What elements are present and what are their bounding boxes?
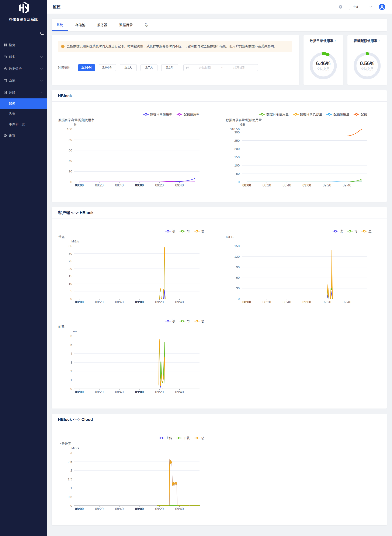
sidebar-item-events-logs[interactable]: 事件和日志 — [0, 119, 47, 129]
svg-text:0: 0 — [70, 504, 72, 507]
tab-storage-pool[interactable]: 存储池 — [70, 19, 90, 31]
legend-item[interactable]: 读 — [165, 229, 175, 233]
svg-text:1: 1 — [70, 378, 72, 382]
sidebar-item-system[interactable]: 系统 — [0, 75, 47, 87]
svg-text:09:00: 09:00 — [303, 300, 311, 304]
warning-icon — [61, 45, 65, 48]
table-icon — [4, 79, 7, 82]
tab-volume[interactable]: 卷 — [140, 19, 153, 31]
legend-item[interactable]: 写 — [180, 319, 190, 323]
sidebar-item-alerts[interactable]: 告警 — [0, 109, 47, 119]
legend-item[interactable]: 读 — [333, 229, 343, 233]
gauge-donut: 6.46% 空间充足 — [307, 50, 339, 82]
chart-title: 数据目录容量/配额使用量 — [226, 118, 262, 122]
time-range-label: 时间范围： — [58, 66, 74, 70]
svg-text:100: 100 — [234, 164, 240, 167]
sidebar-item-operations[interactable]: 运维 — [0, 87, 47, 98]
info-icon[interactable] — [339, 5, 342, 9]
svg-text:10: 10 — [69, 282, 72, 286]
chart-legend: 读写总 — [328, 229, 372, 234]
svg-text:08:40: 08:40 — [115, 390, 124, 394]
doc-icon — [4, 91, 7, 94]
svg-text:5: 5 — [70, 289, 72, 293]
svg-text:4: 4 — [70, 352, 72, 355]
svg-text:08:40: 08:40 — [115, 507, 124, 511]
legend-item[interactable]: 总 — [194, 319, 204, 323]
legend-item[interactable]: 数据目录使用率 — [143, 112, 172, 116]
legend-label: 总 — [201, 229, 204, 233]
end-date-input[interactable]: 结束日期 — [224, 66, 255, 69]
legend-item[interactable]: 总 — [361, 229, 372, 233]
legend-item[interactable]: 写 — [347, 229, 357, 233]
svg-text:09:40: 09:40 — [175, 300, 184, 304]
legend-item[interactable]: 上传 — [159, 436, 172, 440]
svg-text:5: 5 — [70, 343, 72, 347]
svg-text:20: 20 — [69, 267, 72, 270]
sidebar: 存储资源盘活系统 概览 服务 — [0, 0, 47, 536]
legend-label: 读 — [172, 319, 175, 323]
date-range-picker[interactable]: 开始日期 ~ 结束日期 — [183, 64, 258, 71]
gauge-body: 0.56% 空间充足 — [347, 47, 387, 82]
sidebar-item-label: 概览 — [9, 43, 15, 47]
page-title: 监控 — [53, 4, 61, 9]
svg-text:60: 60 — [236, 276, 240, 279]
svg-text:0: 0 — [70, 297, 72, 300]
svg-text:1: 1 — [70, 486, 72, 490]
svg-text:0: 0 — [238, 180, 240, 184]
legend-item[interactable]: 下载 — [176, 436, 190, 440]
legend-item[interactable]: 读 — [165, 319, 175, 323]
legend-marker-icon — [180, 320, 185, 323]
date-separator: ~ — [221, 66, 223, 69]
tab-system[interactable]: 系统 — [52, 19, 68, 31]
svg-text:150: 150 — [234, 244, 240, 248]
chart-cloud-bandwidth: 00.511.522.5308:0008:2008:4009:0009:2009… — [52, 425, 219, 515]
legend-item[interactable]: 配额使用率 — [177, 112, 200, 116]
legend-label: 上传 — [166, 436, 172, 440]
svg-text:318.56: 318.56 — [230, 127, 240, 131]
avatar[interactable] — [379, 4, 385, 10]
legend-item[interactable]: 数据目录总容量 — [293, 112, 322, 116]
legend-label: 数据目录使用率 — [150, 112, 172, 116]
svg-text:100: 100 — [67, 127, 72, 131]
svg-text:08:00: 08:00 — [242, 300, 251, 304]
legend-item[interactable]: 配额使用量 — [327, 112, 349, 116]
svg-text:3: 3 — [70, 360, 72, 364]
tab-data-directory[interactable]: 数据目录 — [115, 19, 138, 31]
range-button-7d[interactable]: 近7天 — [140, 64, 158, 71]
legend-item[interactable]: 总 — [194, 436, 204, 440]
legend-marker-icon — [327, 113, 332, 116]
topbar: 监控 中文 — [47, 0, 392, 14]
calendar-icon — [186, 66, 189, 69]
legend-item[interactable]: 配额 — [354, 112, 367, 116]
sidebar-item-settings[interactable]: 设置 — [0, 129, 47, 142]
chevron-down-icon — [40, 80, 43, 81]
range-button-1y[interactable]: 近1年 — [161, 64, 178, 71]
summary-row: 监控数据以服务器系统时间为准进行记录。时间被调整，或集群中服务器时间不统一，都可… — [52, 35, 387, 85]
svg-text:09:20: 09:20 — [155, 300, 164, 304]
legend-item[interactable]: 数据目录使用量 — [259, 112, 289, 116]
range-button-1d[interactable]: 近1天 — [120, 64, 137, 71]
topbar-actions: 中文 — [339, 4, 385, 10]
tab-server[interactable]: 服务器 — [93, 19, 112, 31]
sidebar-item-overview[interactable]: 概览 — [0, 39, 47, 51]
svg-text:35: 35 — [69, 244, 72, 248]
legend-item[interactable]: 写 — [180, 229, 190, 233]
menu-fold-icon[interactable] — [39, 31, 44, 35]
svg-text:09:00: 09:00 — [135, 184, 144, 187]
chart-legend: 数据目录使用量数据目录总容量配额使用量配额 — [255, 112, 367, 117]
svg-text:250: 250 — [234, 139, 240, 142]
tab-label: 存储池 — [75, 23, 85, 27]
sidebar-item-services[interactable]: 服务 — [0, 51, 47, 63]
range-button-2h[interactable]: 近2小时 — [78, 64, 95, 71]
language-select[interactable]: 中文 — [349, 4, 374, 10]
sidebar-item-data-protection[interactable]: 数据保护 — [0, 63, 47, 75]
start-date-input[interactable]: 开始日期 — [189, 66, 221, 69]
legend-label: 配额使用率 — [184, 112, 200, 116]
sidebar-item-monitoring[interactable]: 监控 — [0, 98, 47, 109]
range-button-6h[interactable]: 近6小时 — [99, 64, 116, 71]
legend-marker-icon — [180, 230, 185, 233]
svg-text:20: 20 — [69, 170, 72, 173]
legend-label: 写 — [187, 229, 190, 233]
svg-text:09:20: 09:20 — [155, 390, 164, 394]
legend-item[interactable]: 总 — [194, 229, 204, 233]
